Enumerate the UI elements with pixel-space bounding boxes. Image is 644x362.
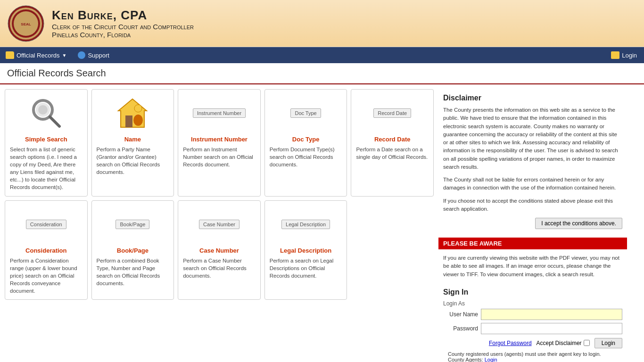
svg-line-8 [50,117,59,126]
username-label: User Name [443,311,481,318]
aware-paragraph: If you are currently viewing this websit… [443,254,622,279]
card-instrument-number-desc: Perform an Instrument Number search on a… [183,146,256,168]
magnifier-icon [30,97,63,130]
disclaimer-para1: The County presents the information on t… [443,106,622,171]
folder-icon [6,51,14,59]
nav-official-records[interactable]: Official Records ▼ [0,47,72,63]
navbar-left: Official Records ▼ Support [0,47,115,63]
agent-note-text: County registered users (agents) must us… [448,351,601,362]
main-content: Simple Search Select from a list of gene… [0,84,644,362]
card-legal-description-desc: Perform a search on Legal Descriptions o… [270,257,342,280]
header-logo: SEAL [7,5,45,42]
svg-text:SEAL: SEAL [21,22,31,26]
nav-support[interactable]: Support [72,47,115,63]
accept-disclaimer-row: Accept Disclaimer [537,340,590,346]
accept-disclaimer-checkbox[interactable] [584,340,590,346]
card-case-number-desc: Perform a Case Number search on Official… [183,257,256,280]
forgot-password-link[interactable]: Forgot Password [489,340,532,346]
right-panel: Disclaimer The County presents the infor… [438,89,627,362]
password-input[interactable] [481,323,622,334]
card-simple-search-desc: Select from a list of generic search opt… [10,146,83,191]
consideration-placeholder: Consideration [26,220,66,229]
card-record-date-title: Record Date [356,136,429,143]
header-title: Ken Burke, CPA [52,8,194,23]
card-doc-type-title: Doc Type [270,136,342,143]
card-record-date-desc: Perform a Date search on a single day of… [356,146,429,161]
please-aware-bar: PLEASE BE AWARE [438,238,627,249]
header-text: Ken Burke, CPA Clerk of the Circuit Cour… [52,8,194,39]
card-case-number-title: Case Number [183,247,256,254]
svg-point-12 [134,105,142,112]
aware-text: If you are currently viewing this websit… [438,249,627,283]
card-book-page[interactable]: Book/Page Book/Page Perform a combined B… [91,200,174,300]
card-doc-type-desc: Perform Document Type(s) search on Offic… [270,146,342,168]
svg-point-13 [133,115,143,126]
dropdown-arrow-icon: ▼ [62,53,67,58]
card-instrument-number[interactable]: Instrument Number Instrument Number Perf… [178,89,261,197]
card-consideration-img: Consideration [10,206,83,243]
doc-type-placeholder: Doc Type [290,108,321,118]
agent-login-link[interactable]: Login [485,357,497,362]
card-name-title: Name [97,136,169,143]
card-legal-description-img: Legal Description [270,206,342,243]
svg-rect-10 [125,115,132,127]
card-instrument-number-title: Instrument Number [183,136,256,143]
card-legal-description[interactable]: Legal Description Legal Description Perf… [264,200,347,300]
instrument-number-placeholder: Instrument Number [193,108,246,118]
header-subtitle2: Pinellas County, Florida [52,31,194,39]
card-consideration[interactable]: Consideration Consideration Perform a Co… [5,200,88,300]
signin-actions: Forgot Password Accept Disclaimer Login [443,338,622,348]
card-record-date-img: Record Date [356,94,429,132]
password-label: Password [443,325,481,332]
username-input[interactable] [481,309,622,320]
signin-heading: Sign In [443,288,622,296]
signin-section: Sign In Login As User Name Password Forg… [438,283,627,362]
card-book-page-desc: Perform a combined Book Type, Number and… [97,257,169,287]
header: SEAL Ken Burke, CPA Clerk of the Circuit… [0,0,644,47]
card-book-page-img: Book/Page [97,206,169,243]
card-case-number[interactable]: Case Number Case Number Perform a Case N… [178,200,261,300]
card-simple-search-title: Simple Search [10,136,83,143]
password-row: Password [443,323,622,334]
card-legal-description-title: Legal Description [270,247,342,254]
disclaimer-para2: The County shall not be liable for error… [443,176,622,192]
accept-conditions-button[interactable]: I accept the conditions above. [535,218,622,229]
book-page-placeholder: Book/Page [116,220,149,229]
search-panel: Simple Search Select from a list of gene… [5,89,434,362]
case-number-placeholder: Case Number [199,220,239,229]
card-book-page-title: Book/Page [97,247,169,254]
card-instrument-number-img: Instrument Number [183,94,256,132]
page-title: Official Records Search [7,68,637,79]
card-consideration-title: Consideration [10,247,83,254]
login-as-label: Login As [443,300,622,307]
accept-disclaimer-label: Accept Disclaimer [537,340,582,346]
disclaimer-box: Disclaimer The County presents the infor… [438,89,627,234]
card-simple-search-img [10,94,83,132]
card-grid-row2: Consideration Consideration Perform a Co… [5,200,434,300]
card-simple-search[interactable]: Simple Search Select from a list of gene… [5,89,88,197]
login-button[interactable]: Login [594,338,622,348]
nav-official-records-label: Official Records [17,52,60,59]
nav-support-label: Support [88,52,109,59]
record-date-placeholder: Record Date [373,108,411,118]
house-person-icon [116,97,149,130]
card-doc-type-img: Doc Type [270,94,342,132]
globe-icon [78,51,85,59]
card-case-number-img: Case Number [183,206,256,243]
card-record-date[interactable]: Record Date Record Date Perform a Date s… [351,89,434,197]
nav-login-label: Login [622,52,637,59]
agent-note: County registered users (agents) must us… [443,351,622,362]
please-aware-heading: PLEASE BE AWARE [443,240,502,247]
nav-login[interactable]: Login [611,51,637,59]
card-doc-type[interactable]: Doc Type Doc Type Perform Document Type(… [264,89,347,197]
disclaimer-para3: If you choose not to accept the conditio… [443,197,622,214]
navbar: Official Records ▼ Support Login [0,47,644,63]
card-consideration-desc: Perform a Consideration range (upper & l… [10,257,83,295]
header-subtitle1: Clerk of the Circuit Court and Comptroll… [52,23,194,31]
empty-card-placeholder [351,200,434,300]
card-name-desc: Perform a Party Name (Grantor and/or Gra… [97,146,169,176]
card-grid-row1: Simple Search Select from a list of gene… [5,89,434,197]
card-name[interactable]: Name Perform a Party Name (Grantor and/o… [91,89,174,197]
disclaimer-heading: Disclaimer [443,94,622,102]
page-title-bar: Official Records Search [0,63,644,84]
